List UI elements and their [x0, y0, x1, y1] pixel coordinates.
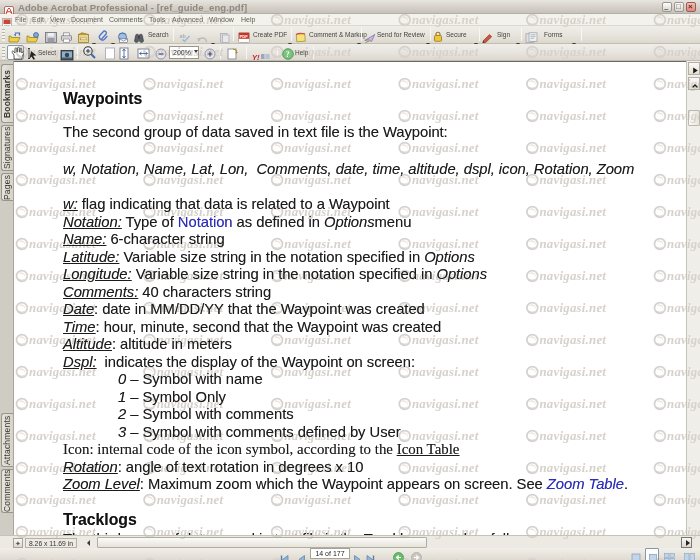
svg-text:Y!: Y!	[252, 53, 260, 62]
svg-text:ab: ab	[180, 33, 187, 39]
svg-text:PDF: PDF	[240, 33, 249, 38]
svg-text:?: ?	[286, 49, 290, 59]
